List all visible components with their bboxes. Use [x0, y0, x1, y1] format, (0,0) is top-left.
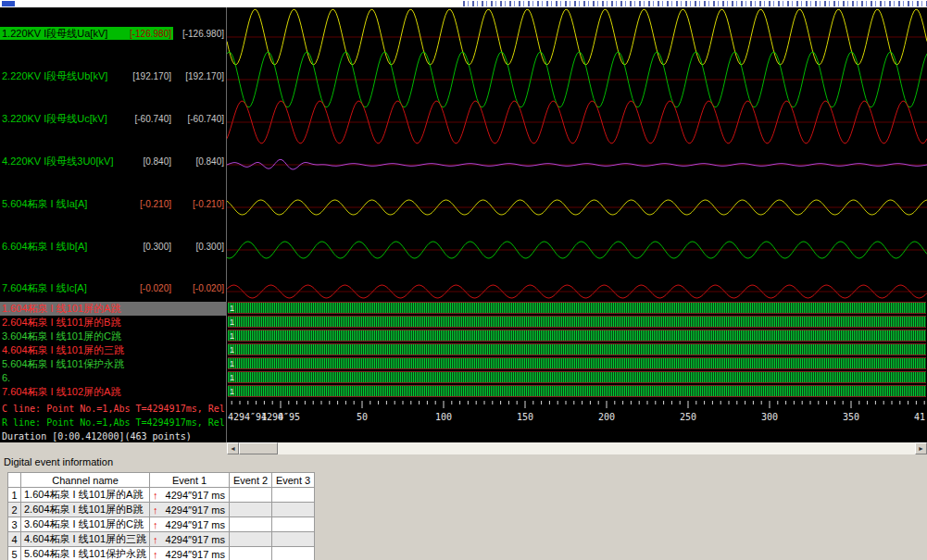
waveform-display-area[interactable]: 4294″914294″9505010015020025030035041 11…	[227, 7, 927, 442]
event-info-section: ◄ ► Digital event information Channel na…	[0, 442, 927, 560]
analog-channel-row[interactable]: 4.220KV I段母线3U0[kV][0.840][0.840]	[0, 155, 226, 168]
cursor2-value: [-126.980]	[173, 29, 226, 39]
event2-cell	[230, 517, 272, 532]
scrollbar-thumb[interactable]	[239, 442, 278, 454]
analog-channel-row[interactable]: 6.604柘泉 I 线Ib[A][0.300][0.300]	[0, 240, 226, 253]
time-axis[interactable]: 4294″914294″9505010015020025030035041	[227, 412, 927, 425]
digital-state-label: 1	[230, 330, 234, 342]
event1-cell: ↑4294″917 ms	[150, 517, 230, 532]
event-channel-name: 5.604柘泉 I 线101保护永跳	[21, 547, 150, 560]
cursor2-value: [0.300]	[173, 242, 226, 252]
axis-tick-label: 350	[843, 412, 859, 422]
event-channel-name: 2.604柘泉 I 线101屏的B跳	[21, 503, 150, 517]
digital-state-label: 1	[230, 372, 234, 383]
event3-cell	[272, 503, 315, 517]
analog-channel-name: 3.220KV I段母线Uc[kV]	[0, 112, 120, 126]
cursor1-value: [0.300]	[120, 242, 173, 252]
digital-channel-row[interactable]: 6.	[0, 371, 226, 385]
axis-tick-label: 100	[435, 412, 452, 422]
event1-cell: ↑4294″917 ms	[150, 488, 230, 503]
digital-trace[interactable]: 1	[228, 385, 926, 397]
cursor2-value: [-60.740]	[173, 114, 226, 124]
event-channel-name: 3.604柘泉 I 线101屏的C跳	[21, 517, 150, 532]
digital-channel-row[interactable]: 2.604柘泉 I 线101屏的B跳	[0, 316, 226, 330]
cursor1-value: [-0.020]	[120, 283, 173, 293]
analog-channel-name: 5.604柘泉 I 线Ia[A]	[0, 197, 120, 211]
event1-time: 4294″917 ms	[166, 549, 225, 560]
c-cursor-status: C line: Point No.=1,Abs T=4294917ms, Rel…	[2, 402, 225, 416]
analog-channel-row[interactable]: 2.220KV I段母线Ub[kV][192.170][192.170]	[0, 69, 226, 82]
event-row-number: 1	[8, 488, 21, 503]
digital-event-table: Channel name Event 1 Event 2 Event 3 11.…	[7, 472, 315, 560]
horizontal-scrollbar[interactable]: ◄ ►	[227, 442, 927, 454]
digital-channel-row[interactable]: 1.604柘泉 I 线101屏的A跳	[0, 302, 226, 316]
event3-cell	[272, 488, 315, 503]
digital-event-info-label: Digital event information	[4, 456, 113, 467]
event-table-row[interactable]: 22.604柘泉 I 线101屏的B跳↑4294″917 ms	[8, 503, 315, 517]
rising-edge-icon: ↑	[153, 490, 158, 501]
channel-list-panel: C line: Point No.=1,Abs T=4294917ms, Rel…	[0, 7, 226, 442]
digital-channel-row[interactable]: 5.604柘泉 I 线101保护永跳	[0, 357, 226, 371]
col-header-number	[8, 473, 21, 488]
analog-channel-name: 2.220KV I段母线Ub[kV]	[0, 69, 120, 83]
scroll-right-button[interactable]: ►	[915, 442, 927, 454]
event-row-number: 2	[8, 503, 21, 517]
cursor2-value: [192.170]	[173, 71, 226, 81]
col-header-event2: Event 2	[230, 473, 272, 488]
digital-trace[interactable]: 1	[228, 371, 926, 383]
analog-channel-row[interactable]: 7.604柘泉 I 线Ic[A][-0.020][-0.020]	[0, 281, 226, 294]
axis-tick-label: 300	[761, 412, 778, 422]
event1-time: 4294″917 ms	[166, 519, 225, 530]
axis-tick-label: 41	[914, 412, 925, 422]
rising-edge-icon: ↑	[153, 519, 158, 530]
event-table-row[interactable]: 33.604柘泉 I 线101屏的C跳↑4294″917 ms	[8, 517, 315, 532]
analog-channel-name: 7.604柘泉 I 线Ic[A]	[0, 281, 120, 295]
event3-cell	[272, 547, 315, 560]
event1-cell: ↑4294″917 ms	[150, 503, 230, 517]
digital-state-label: 1	[230, 358, 234, 369]
analog-channel-row[interactable]: 5.604柘泉 I 线Ia[A][-0.210][-0.210]	[0, 197, 226, 210]
event-table-row[interactable]: 11.604柘泉 I 线101屏的A跳↑4294″917 ms	[8, 488, 315, 503]
digital-state-label: 1	[230, 386, 234, 397]
event1-time: 4294″917 ms	[166, 504, 225, 516]
event-channel-name: 1.604柘泉 I 线101屏的A跳	[21, 488, 150, 503]
analog-waveform-plot[interactable]	[227, 7, 927, 301]
event2-cell	[230, 488, 272, 503]
cursor1-value: [192.170]	[120, 71, 173, 81]
col-header-event3: Event 3	[272, 473, 315, 488]
rising-edge-icon: ↑	[153, 534, 158, 545]
event2-cell	[230, 547, 272, 560]
digital-trace[interactable]: 1	[228, 343, 926, 355]
event1-cell: ↑4294″917 ms	[150, 532, 230, 547]
scroll-left-button[interactable]: ◄	[227, 442, 239, 454]
event-row-number: 3	[8, 517, 21, 532]
analog-channel-row[interactable]: 3.220KV I段母线Uc[kV][-60.740][-60.740]	[0, 112, 226, 125]
col-header-event1: Event 1	[150, 473, 230, 488]
event1-time: 4294″917 ms	[166, 490, 225, 501]
digital-trace[interactable]: 1	[228, 316, 926, 328]
event-table-row[interactable]: 55.604柘泉 I 线101保护永跳↑4294″917 ms	[8, 547, 315, 560]
event3-cell	[272, 517, 315, 532]
axis-tick-label: 150	[517, 412, 533, 422]
digital-channel-row[interactable]: 4.604柘泉 I 线101屏的三跳	[0, 343, 226, 357]
event2-cell	[230, 503, 272, 517]
waveform-analyzer-window: C line: Point No.=1,Abs T=4294917ms, Rel…	[0, 0, 927, 560]
axis-tick-label: 250	[680, 412, 696, 422]
event-table-row[interactable]: 44.604柘泉 I 线101屏的三跳↑4294″917 ms	[8, 532, 315, 547]
event-table-header-row: Channel name Event 1 Event 2 Event 3	[8, 473, 315, 488]
duration-status: Duration [0:00.412000](463 points)	[2, 429, 225, 442]
titlebar-icon	[2, 1, 15, 6]
digital-trace[interactable]: 1	[228, 357, 926, 369]
event-row-number: 4	[8, 532, 21, 547]
cursor2-value: [-0.020]	[173, 283, 226, 293]
rising-edge-icon: ↑	[153, 549, 158, 560]
cursor1-value: [-0.210]	[120, 199, 173, 209]
rising-edge-icon: ↑	[153, 504, 158, 516]
digital-trace[interactable]: 1	[228, 302, 926, 314]
axis-tick-label: 0	[278, 412, 283, 422]
digital-channel-row[interactable]: 7.604柘泉 I 线102屏的A跳	[0, 385, 226, 399]
digital-channel-row[interactable]: 3.604柘泉 I 线101屏的C跳	[0, 330, 226, 343]
analog-channel-row[interactable]: 1.220KV I段母线Ua[kV][-126.980][-126.980]	[0, 27, 226, 40]
titlebar-text-fragment	[463, 1, 927, 6]
digital-trace[interactable]: 1	[228, 330, 926, 342]
